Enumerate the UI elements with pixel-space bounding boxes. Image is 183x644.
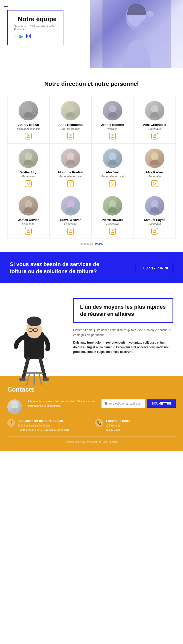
team-member-name: Mila Parker <box>146 170 163 174</box>
svg-point-42 <box>29 230 30 231</box>
instagram-link-alex-v[interactable] <box>109 180 116 187</box>
instagram-link-anne[interactable] <box>67 133 74 140</box>
instagram-link-samuel[interactable] <box>151 228 158 234</box>
hamburger-menu[interactable]: ☰ <box>4 4 8 10</box>
svg-rect-20 <box>153 134 156 138</box>
svg-rect-48 <box>111 230 114 233</box>
team-member-role: Partenaire <box>22 222 35 225</box>
svg-rect-24 <box>27 182 30 185</box>
team-section-title: Notre direction et notre personnel <box>7 80 176 87</box>
svg-point-50 <box>113 230 114 231</box>
svg-point-43 <box>67 200 74 208</box>
svg-rect-44 <box>69 230 72 233</box>
svg-point-22 <box>155 135 156 136</box>
instagram-link-jennie[interactable] <box>109 133 116 140</box>
contacts-form-area: SOUMETTRE <box>102 400 176 412</box>
svg-rect-52 <box>153 230 156 233</box>
team-card-pierre-howard: Pierre Howard Partenaire <box>92 191 134 238</box>
svg-point-35 <box>151 152 158 161</box>
contacts-top: Utiliser le formulaire ci-dessous pour b… <box>7 400 176 414</box>
instagram-link-alex-g[interactable] <box>151 133 158 140</box>
team-member-role: Partenaire <box>148 127 161 130</box>
avatar-monique-pouliot <box>61 148 80 168</box>
team-member-name: James Olivier <box>18 218 39 222</box>
contact-phone-line2: 312 639 608 <box>106 428 130 432</box>
team-member-role: Partenaire mondial <box>17 127 40 130</box>
hamburger-icon: ☰ <box>4 4 8 9</box>
svg-point-1 <box>28 35 30 37</box>
contact-item-phone: 📞 Téléphone (fixe) 123 Trophée 312 639 6… <box>95 419 176 432</box>
business-text-2: Duis aute irure dolor in reprehenderit i… <box>73 340 173 354</box>
freepik-link[interactable]: Freepik <box>94 242 103 245</box>
svg-point-54 <box>155 230 156 231</box>
svg-rect-6 <box>102 0 171 68</box>
contacts-section: Contacts Utiliser le formulaire ci-desso… <box>0 376 183 451</box>
contact-phone-line1: 123 Trophée <box>106 424 130 428</box>
svg-point-39 <box>25 200 32 208</box>
business-content: L'un des moyens les plus rapides de réus… <box>68 293 183 366</box>
svg-point-9 <box>28 135 29 137</box>
team-member-role: Partenaire <box>148 222 161 225</box>
facebook-icon[interactable]: f <box>14 34 16 40</box>
instagram-link-monique[interactable] <box>67 180 74 187</box>
team-member-name: Jennie Roberts <box>101 123 124 126</box>
contacts-avatar <box>7 400 22 414</box>
instagram-link-steve[interactable] <box>67 228 74 234</box>
svg-point-31 <box>109 152 116 161</box>
hero-text-box: Notre équipe Sample text. Click to selec… <box>7 10 64 45</box>
svg-point-51 <box>151 200 158 208</box>
instagram-link-mila[interactable] <box>151 180 158 187</box>
team-member-name: Pierre Howard <box>102 218 123 222</box>
team-member-name: Walter Lily <box>20 170 36 174</box>
svg-point-34 <box>113 183 114 183</box>
team-member-name: Anne Richmond <box>58 123 83 126</box>
svg-point-11 <box>67 105 74 113</box>
contacts-info-text: Utiliser le formulaire ci-dessous pour b… <box>27 400 96 408</box>
svg-point-26 <box>29 183 30 183</box>
cta-phone-button[interactable]: +1 (777) 787 87 78 <box>136 262 173 273</box>
instagram-link-walter[interactable] <box>25 180 32 187</box>
instagram-link-james[interactable] <box>25 228 32 234</box>
hero-image <box>90 0 183 68</box>
hero-title: Notre équipe <box>14 15 56 23</box>
avatar-walter-lily <box>18 148 38 168</box>
team-member-role: Partenaire <box>22 175 35 178</box>
team-member-name: Alex Vert <box>106 170 119 174</box>
team-member-role: Partenaire <box>106 222 119 225</box>
svg-point-23 <box>25 152 32 161</box>
svg-point-47 <box>109 200 116 208</box>
phone-icon: 📞 <box>95 419 103 427</box>
team-member-name: Jeffrey Brown <box>18 123 39 126</box>
contacts-bottom: 📍 Emplacement de notre bureau 5271 Natal… <box>7 419 176 432</box>
avatar-alex-vert <box>103 148 122 168</box>
instagram-link-pierre[interactable] <box>109 228 116 234</box>
team-card-alex-vert: Alex Vert Partenaire associé <box>92 144 134 191</box>
contacts-email-input[interactable] <box>102 400 145 408</box>
team-member-role: Président <box>107 127 118 130</box>
team-card-james-olivier: James Olivier Partenaire <box>7 191 50 238</box>
business-image <box>0 293 68 366</box>
instagram-link-jeffrey[interactable] <box>25 133 32 140</box>
svg-point-41 <box>28 230 29 232</box>
twitter-icon[interactable]: 🐦 <box>18 34 24 40</box>
team-grid: Jeffrey Brown Partenaire mondial Anne Ri… <box>7 96 176 238</box>
hero-section: Notre équipe Sample text. Click to selec… <box>0 0 183 68</box>
contact-location-title: Emplacement de notre bureau <box>18 419 69 422</box>
contacts-submit-button[interactable]: SOUMETTRE <box>148 400 176 408</box>
svg-point-14 <box>71 135 72 136</box>
svg-point-60 <box>27 316 42 326</box>
svg-rect-0 <box>26 34 30 38</box>
svg-line-62 <box>27 374 29 384</box>
contacts-info: Utiliser le formulaire ci-dessous pour b… <box>27 400 96 408</box>
contact-phone-content: Téléphone (fixe) 123 Trophée 312 639 608 <box>106 419 130 432</box>
svg-point-30 <box>71 183 72 183</box>
team-card-alex-greenfield: Alex Greenfield Partenaire <box>134 96 176 144</box>
svg-point-46 <box>71 230 72 231</box>
svg-point-17 <box>112 135 113 137</box>
team-member-name: Steve Weaver <box>60 218 81 222</box>
team-card-monique-pouliot: Monique Pouliot Partenaire associé <box>50 144 92 191</box>
instagram-icon[interactable] <box>26 34 31 40</box>
svg-point-21 <box>154 135 156 137</box>
team-card-steve-weaver: Steve Weaver Partenaire <box>50 191 92 238</box>
contact-item-location: 📍 Emplacement de notre bureau 5271 Natal… <box>7 419 88 432</box>
